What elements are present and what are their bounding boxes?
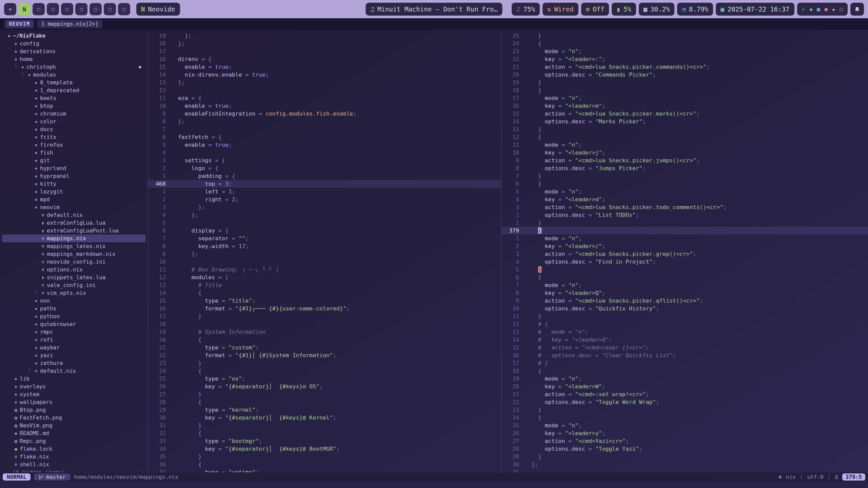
code-line[interactable]: 2 key = "<leader>/";: [501, 242, 868, 250]
code-line[interactable]: 4 };: [148, 211, 501, 219]
code-line[interactable]: 12: [148, 86, 501, 94]
tree-item-0-template[interactable]: ▪0_template: [2, 79, 146, 86]
tree-item-python[interactable]: ▪python: [2, 312, 146, 320]
code-line[interactable]: 31: [501, 468, 868, 472]
code-line[interactable]: 9 enableFishIntegration = config.modules…: [148, 110, 501, 118]
tree-item-kitty[interactable]: ▪kitty: [2, 180, 146, 188]
code-line[interactable]: 29 }: [501, 453, 868, 461]
tree-item-flake-lock[interactable]: ◉flake.lock: [2, 445, 146, 453]
code-line[interactable]: 11 }: [501, 312, 868, 320]
code-line[interactable]: 37 type = "uptime";: [148, 468, 501, 472]
code-line[interactable]: 21 action = "<cmd>:set wrap!<cr>";: [501, 390, 868, 398]
code-line[interactable]: 1 mode = "n";: [501, 235, 868, 242]
tree-item-neovim[interactable]: ▪neovim: [2, 203, 146, 211]
code-line[interactable]: 11 # Box Drawing: ┌ ─ ┐ └ ┘ │: [148, 266, 501, 273]
code-line[interactable]: 28 {: [148, 398, 501, 406]
code-line[interactable]: 10 options.desc = "Quickfix History";: [501, 305, 868, 312]
code-line[interactable]: 36 {: [148, 461, 501, 468]
check-tray-icon[interactable]: ✓: [802, 6, 805, 13]
code-line[interactable]: 17 # }: [501, 359, 868, 367]
tree-item-mappings-latex-nix[interactable]: ❄mappings_latex.nix: [2, 242, 146, 250]
code-line[interactable]: 3 settings = {: [148, 157, 501, 164]
code-line[interactable]: 3 action = "<cmd>lua Snacks.picker.grep(…: [501, 250, 868, 258]
code-line[interactable]: 12 modules = [: [148, 273, 501, 281]
code-line[interactable]: 23 mode = "n";: [501, 47, 868, 55]
code-line[interactable]: 12 {: [501, 133, 868, 141]
tab-mappings-nix[interactable]: 1 mappings.nix[2+]: [37, 20, 102, 28]
code-line[interactable]: 21 type = "custom";: [148, 344, 501, 351]
code-line[interactable]: 22 format = "{#1}│ {#}System Information…: [148, 351, 501, 359]
code-line[interactable]: 28 options.desc = "Toggle Yazi";: [501, 445, 868, 453]
code-line[interactable]: 10: [148, 258, 501, 266]
code-line[interactable]: 4 options.desc = "Find in Project";: [501, 258, 868, 266]
tree-item-btop-png[interactable]: ▨Btop.png: [2, 406, 146, 414]
code-line[interactable]: 11 eza = {: [148, 94, 501, 102]
shapes-tray-icon[interactable]: ◈: [809, 6, 813, 13]
tree-item-config[interactable]: ▪config: [2, 40, 146, 47]
power-tray-icon[interactable]: ○: [840, 6, 843, 13]
tree-item-rmpc[interactable]: ▪rmpc: [2, 328, 146, 336]
code-line[interactable]: 25 type = "os";: [148, 375, 501, 383]
tree-item-docs[interactable]: ▪docs: [2, 125, 146, 133]
code-line[interactable]: 15 enable = true;: [148, 63, 501, 71]
tree-item-shell-nix[interactable]: ❄shell.nix: [2, 461, 146, 468]
tree-item-flake-nix[interactable]: ❄flake.nix: [2, 453, 146, 461]
code-line[interactable]: 16 direnv = {: [148, 55, 501, 63]
code-line[interactable]: 16 format = "{#1}┌─── {#}{user-name-colo…: [148, 305, 501, 312]
code-line[interactable]: 10 key = "<leader>j";: [501, 149, 868, 157]
code-line[interactable]: 14 nix-direnv.enable = true;: [148, 71, 501, 79]
code-line[interactable]: 15 action = "<cmd>lua Snacks.picker.mark…: [501, 110, 868, 118]
code-line[interactable]: 8 };: [148, 118, 501, 125]
tree-item-fish[interactable]: ▪fish: [2, 149, 146, 157]
workspace-7[interactable]: ▢: [90, 3, 102, 15]
code-line[interactable]: 11 mode = "n";: [501, 141, 868, 149]
tree-item-readme-md[interactable]: ◆README.md: [2, 429, 146, 437]
tree-item-nnn[interactable]: ▪nnn: [2, 297, 146, 305]
code-line[interactable]: 16 key = "<leader>m";: [501, 102, 868, 110]
code-line[interactable]: 30 key = "{#separator}│ {#keys}≣ Kernel"…: [148, 414, 501, 422]
code-line[interactable]: 19 }: [501, 79, 868, 86]
code-line[interactable]: 25 mode = "n";: [501, 422, 868, 429]
code-line[interactable]: 1 }: [501, 219, 868, 227]
tree-item-default-nix[interactable]: └❄default.nix: [2, 367, 146, 375]
code-line[interactable]: 32 {: [148, 429, 501, 437]
code-line[interactable]: 13 # mode = "n";: [501, 328, 868, 336]
code-line[interactable]: 6 display = {: [148, 227, 501, 235]
code-line[interactable]: 23 }: [501, 406, 868, 414]
code-line[interactable]: 7 }: [501, 172, 868, 180]
code-line[interactable]: 15 type = "title";: [148, 297, 501, 305]
code-line[interactable]: 33 type = "bootmgr";: [148, 437, 501, 445]
network-widget[interactable]: ⇅Wired: [542, 3, 578, 16]
code-line[interactable]: 31 }: [148, 422, 501, 429]
tree-item-lib[interactable]: ▪lib: [2, 375, 146, 383]
code-line[interactable]: 468 top = 3;: [148, 180, 501, 188]
code-line[interactable]: 7 separator = "";: [148, 235, 501, 242]
tree-item-christoph[interactable]: └▪christoph●: [2, 63, 146, 71]
file-explorer[interactable]: ▪~/NixFlake▪config▪derivations▪home└▪chr…: [0, 32, 148, 472]
code-line[interactable]: 8 key.width = 17;: [148, 242, 501, 250]
code-line[interactable]: 19 };: [148, 32, 501, 40]
code-line[interactable]: 27 }: [148, 390, 501, 398]
tree-item-home[interactable]: ▪home: [2, 55, 146, 63]
code-line[interactable]: 20 options.desc = "Commands Picker";: [501, 71, 868, 79]
tree-item-default-nix[interactable]: ❄default.nix: [2, 211, 146, 219]
code-line[interactable]: 4: [148, 149, 501, 157]
workspace-6[interactable]: ▢: [75, 3, 87, 15]
code-line[interactable]: 24 {: [501, 414, 868, 422]
editor-pane-right[interactable]: 25 }24 {23 mode = "n";22 key = "<leader>…: [501, 32, 868, 472]
code-line[interactable]: 3 };: [148, 203, 501, 211]
tree-item-neovim-png[interactable]: ▨NeoVim.png: [2, 422, 146, 429]
tree-item-yazi[interactable]: ▪yazi: [2, 351, 146, 359]
code-line[interactable]: 22 options.desc = "Toggle Word Wrap";: [501, 398, 868, 406]
code-line[interactable]: 6 fastfetch = {: [148, 133, 501, 141]
record-tray-icon[interactable]: ◉: [824, 6, 828, 13]
tree-item-modules[interactable]: └▪modules: [2, 71, 146, 79]
code-line[interactable]: 9 action = "<cmd>lua Snacks.picker.jumps…: [501, 157, 868, 164]
tree-item-paths[interactable]: ▪paths: [2, 305, 146, 312]
workspace-8[interactable]: ▢: [104, 3, 116, 15]
code-line[interactable]: 5: [148, 219, 501, 227]
code-line[interactable]: 7: [148, 125, 501, 133]
volume-widget[interactable]: ♪75%: [512, 3, 540, 16]
code-line[interactable]: 2 logo = {: [148, 164, 501, 172]
code-line[interactable]: 20 {: [148, 336, 501, 344]
